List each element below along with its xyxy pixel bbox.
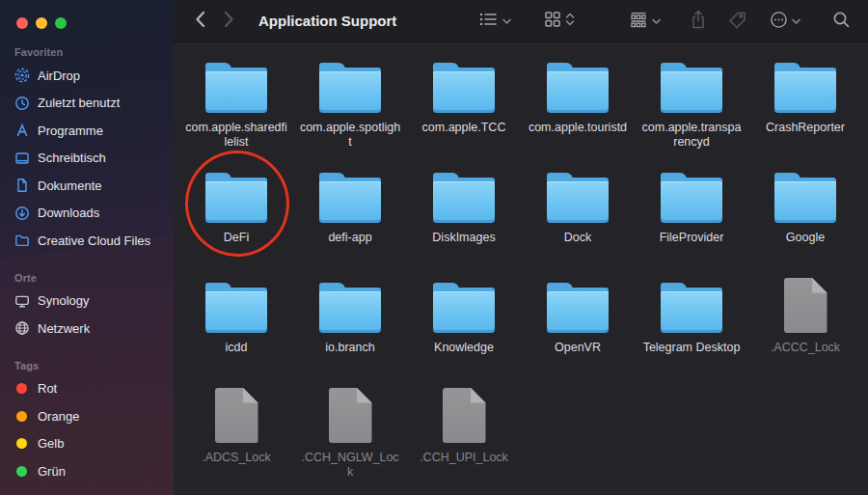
item-label: DiskImages (432, 231, 495, 245)
grid-item-cch-upi-lock[interactable]: .CCH_UPI_Lock (407, 383, 521, 493)
tag-label: Orange (38, 409, 79, 424)
share-icon (690, 10, 707, 33)
folder-icon (433, 173, 495, 223)
file-icon (215, 388, 258, 443)
item-label: Telegram Desktop (643, 341, 741, 355)
sidebar-item-creative-cloud-files[interactable]: Creative Cloud Files (0, 227, 174, 255)
item-label: com.apple.touristd (529, 121, 627, 135)
grid-item-crashreporter[interactable]: CrashReporter (748, 53, 862, 163)
chevron-down-icon (792, 14, 800, 28)
file-icon (784, 278, 827, 333)
green-tag-icon (14, 463, 30, 480)
folder-icon (661, 63, 722, 113)
item-label: .CCH_NGLW_Lock (299, 451, 401, 480)
grid-item-defi[interactable]: DeFi (179, 163, 293, 273)
grid-item-io-branch[interactable]: io.branch (293, 273, 407, 383)
grid-item-com-apple-touristd[interactable]: com.apple.touristd (521, 53, 635, 163)
sidebar-tag-gelb[interactable]: Gelb (0, 430, 174, 458)
tag-button[interactable] (728, 11, 746, 32)
grid-item-com-apple-transparencyd[interactable]: com.apple.transparencyd (635, 53, 748, 163)
clock-icon (14, 95, 30, 111)
grid-item-icdd[interactable]: icdd (179, 273, 293, 383)
more-button[interactable] (770, 11, 800, 32)
grid-item-adcs-lock[interactable]: .ADCS_Lock (179, 383, 293, 493)
section-header: Orte (0, 272, 174, 288)
airdrop-icon (14, 68, 30, 84)
download-icon (14, 205, 30, 221)
yellow-tag-icon (14, 435, 30, 452)
folder-icon (205, 63, 267, 113)
item-label: com.apple.transparencyd (640, 121, 743, 150)
grid-item-com-apple-tcc[interactable]: com.apple.TCC (407, 53, 521, 163)
group-view-button[interactable] (629, 11, 661, 31)
sidebar-item-dokumente[interactable]: Dokumente (0, 172, 174, 200)
sidebar-tag-orange[interactable]: Orange (0, 402, 174, 430)
sidebar-item-synology[interactable]: Synology (0, 288, 174, 316)
sidebar-item-label: Creative Cloud Files (38, 234, 150, 248)
globe-icon (14, 320, 30, 337)
sidebar-item-label: Programme (38, 124, 103, 138)
sidebar-section-favoriten: Favoriten AirDrop Zuletzt benut (0, 46, 174, 255)
tag-label: Rot (38, 381, 57, 396)
folder-icon (547, 283, 609, 333)
close-button[interactable] (16, 17, 28, 29)
item-label: io.branch (325, 341, 374, 355)
sidebar-item-zuletzt-benutzt[interactable]: Zuletzt benutzt (0, 90, 174, 118)
grid-item-fileprovider[interactable]: FileProvider (635, 163, 748, 273)
grid-item-openvr[interactable]: OpenVR (521, 273, 635, 383)
item-label: CrashReporter (766, 121, 845, 135)
folder-icon (205, 283, 267, 333)
sidebar-tag-gruen[interactable]: Grün (0, 457, 174, 485)
item-label: Google (786, 231, 825, 245)
minimize-button[interactable] (36, 17, 47, 29)
sidebar-item-schreibtisch[interactable]: Schreibtisch (0, 145, 174, 173)
file-browser-content: com.apple.sharedfilelist com.apple.spotl… (174, 43, 868, 495)
item-label: icdd (226, 341, 248, 355)
icon-view-button[interactable] (544, 11, 575, 31)
sidebar-tag-rot[interactable]: Rot (0, 375, 174, 403)
grid-item-dock[interactable]: Dock (521, 163, 635, 273)
item-label: com.apple.sharedfilelist (185, 121, 287, 150)
grid-item-com-apple-sharedfilelist[interactable]: com.apple.sharedfilelist (179, 53, 293, 163)
sidebar-item-downloads[interactable]: Downloads (0, 200, 174, 228)
grid-item-telegram-desktop[interactable]: Telegram Desktop (635, 273, 748, 383)
list-view-icon (479, 11, 499, 31)
sidebar-item-label: Schreibtisch (38, 151, 106, 165)
folder-icon (433, 283, 495, 333)
sidebar-item-programme[interactable]: Programme (0, 117, 174, 145)
sidebar-item-netzwerk[interactable]: Netzwerk (0, 315, 174, 343)
sidebar-item-airdrop[interactable]: AirDrop (0, 62, 174, 90)
sidebar-item-label: Zuletzt benutzt (38, 96, 120, 110)
section-header: Favoriten (0, 46, 174, 62)
forward-button[interactable] (223, 10, 235, 32)
item-label: OpenVR (555, 341, 601, 355)
item-label: Dock (564, 231, 591, 245)
folder-icon (433, 63, 495, 113)
grid-item-defi-app[interactable]: defi-app (293, 163, 407, 273)
folder-outline-icon (14, 233, 30, 249)
chevron-up-down-icon (565, 12, 575, 30)
orange-tag-icon (14, 408, 30, 425)
icon-view-icon (544, 11, 561, 31)
red-tag-icon (14, 380, 30, 397)
search-icon (832, 11, 851, 32)
grid-item-diskimages[interactable]: DiskImages (407, 163, 521, 273)
grid-item-google[interactable]: Google (748, 163, 862, 273)
grid-item-com-apple-spotlight[interactable]: com.apple.spotlight (293, 53, 407, 163)
icon-grid: com.apple.sharedfilelist com.apple.spotl… (174, 43, 868, 493)
window-title: Application Support (258, 13, 396, 29)
sidebar-section-tags: Tags Rot Orange Gelb Grün (0, 360, 174, 485)
chevron-right-icon (223, 10, 235, 32)
search-button[interactable] (832, 11, 851, 32)
item-label: FileProvider (660, 231, 724, 245)
toolbar: Application Support (174, 0, 868, 42)
grid-item-knowledge[interactable]: Knowledge (407, 273, 521, 383)
grid-item-cch-nglw-lock[interactable]: .CCH_NGLW_Lock (293, 383, 407, 493)
tag-icon (728, 11, 746, 32)
grid-item-accc-lock[interactable]: .ACCC_Lock (748, 273, 862, 383)
back-button[interactable] (194, 10, 206, 32)
zoom-button[interactable] (55, 17, 67, 29)
share-button[interactable] (690, 10, 707, 33)
list-view-button[interactable] (479, 11, 511, 31)
folder-icon (774, 173, 836, 223)
